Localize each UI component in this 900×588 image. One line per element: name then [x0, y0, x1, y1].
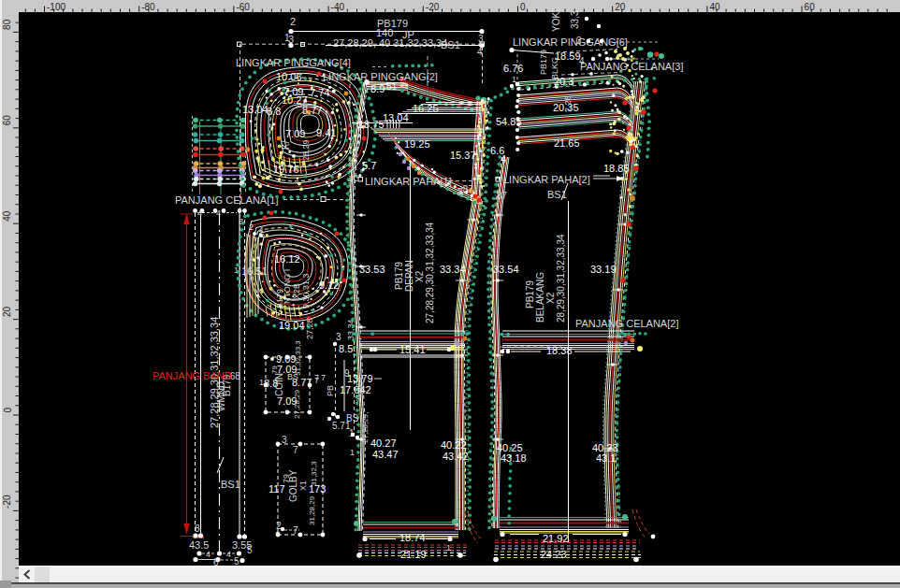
svg-text:X2: X2 [414, 270, 425, 282]
svg-text:PB179: PB179 [394, 262, 404, 290]
svg-text:60: 60 [805, 2, 816, 12]
svg-text:PANJANG CELANA[2]: PANJANG CELANA[2] [575, 318, 678, 329]
svg-text:BS1: BS1 [221, 479, 240, 490]
svg-text:5: 5 [234, 556, 240, 566]
svg-text:27,28,29,: 27,28,29, [361, 412, 370, 443]
svg-text:3: 3 [576, 36, 582, 46]
svg-text:2: 2 [249, 222, 254, 232]
svg-text:.87: .87 [494, 191, 507, 201]
svg-text:19.04: 19.04 [279, 320, 305, 331]
svg-text:9.41: 9.41 [316, 127, 336, 138]
svg-text:18.38: 18.38 [546, 345, 573, 356]
svg-text:PANJANG BAND: PANJANG BAND [152, 370, 232, 381]
svg-text:1: 1 [446, 543, 451, 552]
svg-text:13.04: 13.04 [242, 104, 269, 115]
svg-text:LINGKAR PAHA[2]: LINGKAR PAHA[2] [503, 174, 590, 185]
svg-text:24.23: 24.23 [541, 549, 567, 560]
svg-text:3: 3 [336, 332, 341, 342]
svg-text:K/: K/ [281, 140, 291, 150]
svg-text:BLKG: BLKG [550, 57, 559, 79]
svg-text:27,28,29,30,31,32,33,34: 27,28,29,30,31,32,33,34 [425, 222, 435, 323]
svg-text:5.7: 5.7 [362, 160, 376, 171]
svg-text:6.76: 6.76 [503, 63, 523, 74]
svg-text:20: 20 [615, 2, 626, 12]
svg-text:31,28,29: 31,28,29 [308, 495, 316, 525]
svg-text:43.1: 43.1 [596, 452, 616, 464]
svg-text:X2B: X2B [292, 283, 301, 299]
svg-text:PB179: PB179 [539, 50, 548, 75]
svg-text:2: 2 [290, 16, 296, 27]
svg-text:LINGKAR PINGGANG[2]: LINGKAR PINGGANG[2] [323, 71, 438, 82]
svg-text:9,30,31,3: 9,30,31,3 [301, 273, 311, 308]
svg-text:YOKE: YOKE [551, 6, 561, 32]
svg-text:34: 34 [456, 187, 465, 196]
svg-text:21.65: 21.65 [554, 137, 580, 149]
svg-text:4: 4 [197, 208, 202, 218]
svg-text:21.92: 21.92 [543, 533, 569, 544]
svg-text:8.77: 8.77 [302, 105, 322, 116]
svg-text:2,28: 2,28 [563, 95, 573, 112]
svg-text:1: 1 [350, 448, 355, 457]
svg-text:28,29: 28,29 [301, 139, 311, 161]
svg-text:13.04: 13.04 [383, 112, 409, 123]
svg-text:WMND: WMND [216, 381, 226, 411]
svg-text:0: 0 [3, 408, 13, 413]
svg-text:43.42: 43.42 [443, 451, 469, 462]
svg-text:79: 79 [270, 366, 279, 374]
svg-text:8.8: 8.8 [267, 106, 281, 117]
svg-text:BS1: BS1 [547, 189, 567, 200]
svg-text:7: 7 [293, 525, 298, 536]
svg-text:43.18: 43.18 [501, 452, 527, 464]
svg-text:5: 5 [247, 545, 253, 555]
svg-text:16.12: 16.12 [274, 253, 300, 265]
svg-text:60: 60 [3, 115, 13, 126]
svg-text:33,3: 33,3 [570, 10, 580, 29]
svg-text:40: 40 [3, 210, 13, 222]
svg-text:9.12: 9.12 [319, 280, 339, 291]
svg-text:PANJANG CELANA[1]: PANJANG CELANA[1] [175, 194, 278, 206]
svg-text:4: 4 [206, 550, 210, 559]
svg-text:PB: PB [326, 385, 335, 396]
svg-text:33.54: 33.54 [493, 264, 519, 275]
svg-text:BS1: BS1 [441, 39, 460, 50]
svg-text:40: 40 [709, 2, 720, 12]
svg-text:X1: X1 [298, 480, 308, 491]
svg-text:10.06: 10.06 [276, 71, 302, 82]
svg-text:PB179: PB179 [525, 280, 535, 308]
svg-text:NTONG I: NTONG I [283, 269, 292, 304]
svg-text:80: 80 [3, 19, 13, 30]
svg-text:3: 3 [478, 34, 484, 44]
svg-text:7: 7 [293, 445, 298, 455]
svg-text:20: 20 [3, 307, 13, 318]
svg-text:31,32,3: 31,32,3 [355, 377, 363, 402]
svg-text:31,32,33,3: 31,32,33,3 [294, 340, 302, 376]
svg-text:33.34: 33.34 [440, 264, 466, 275]
svg-text:4: 4 [226, 550, 231, 559]
svg-text:40.22: 40.22 [441, 439, 467, 451]
svg-text:5.71: 5.71 [332, 421, 351, 431]
svg-text:51: 51 [386, 81, 398, 92]
svg-text:19.25: 19.25 [404, 138, 430, 150]
svg-text:BELAKANG: BELAKANG [535, 272, 545, 323]
svg-text:7.74: 7.74 [310, 87, 329, 98]
svg-text:18.74: 18.74 [399, 532, 426, 543]
svg-text:LINGKAR PINGGANG[4]: LINGKAR PINGGANG[4] [236, 57, 351, 68]
svg-text:4: 4 [216, 208, 221, 218]
svg-text:DEPAN: DEPAN [404, 260, 414, 292]
svg-text:15.37: 15.37 [450, 150, 476, 161]
svg-text:117: 117 [269, 483, 285, 495]
svg-text:16.25: 16.25 [413, 103, 439, 114]
svg-text:19.76: 19.76 [273, 164, 299, 175]
svg-text:6: 6 [213, 557, 219, 567]
svg-text:COIN: COIN [274, 373, 284, 396]
svg-text:18.75: 18.75 [358, 119, 385, 130]
svg-text:21.19: 21.19 [400, 549, 427, 560]
svg-text:43.47: 43.47 [372, 449, 399, 460]
svg-text:7: 7 [314, 373, 319, 382]
svg-text:LINGKAR PAHA[1]: LINGKAR PAHA[1] [365, 176, 452, 187]
svg-text:18.85: 18.85 [603, 163, 630, 174]
svg-text:PANJANG CELANA[3]: PANJANG CELANA[3] [580, 61, 683, 72]
svg-text:33.19: 33.19 [590, 264, 617, 275]
svg-text:8: 8 [195, 523, 200, 534]
svg-text:15.41: 15.41 [399, 344, 426, 355]
